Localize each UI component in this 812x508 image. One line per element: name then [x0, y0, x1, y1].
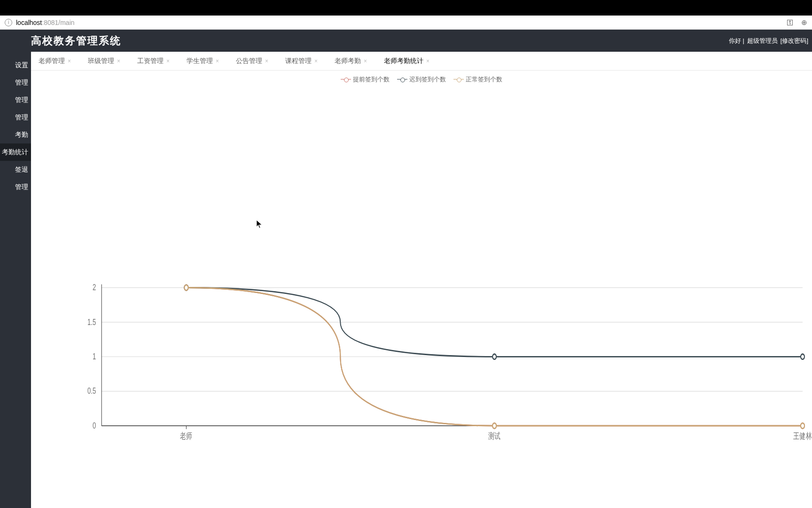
tab-label: 学生管理 [187, 57, 213, 65]
legend-item[interactable]: 提前签到个数 [341, 75, 390, 84]
app-title: 高校教务管理系统 [31, 34, 121, 48]
x-tick-label: 王健林 [793, 431, 812, 441]
close-icon[interactable]: × [68, 58, 71, 64]
close-icon[interactable]: × [426, 58, 429, 64]
x-tick-label: 老师 [180, 431, 192, 441]
tab-label: 公告管理 [236, 57, 262, 65]
legend-marker-icon [341, 77, 351, 82]
legend-marker-icon [453, 77, 464, 82]
url-port: :8081 [42, 19, 58, 26]
zoom-icon[interactable]: ⊕ [801, 18, 807, 26]
data-point[interactable] [492, 354, 496, 359]
legend-label: 迟到签到个数 [409, 75, 446, 84]
change-password-link[interactable]: [修改密码] [781, 37, 808, 45]
tab[interactable]: 课程管理× [285, 57, 318, 65]
tab-label: 老师管理 [39, 57, 65, 65]
greeting: 你好 | [729, 37, 744, 45]
sidebar-item[interactable]: 设置 [0, 56, 31, 74]
legend-label: 正常签到个数 [466, 75, 502, 84]
sidebar-item[interactable]: 考勤统计 [0, 143, 31, 161]
legend-label: 提前签到个数 [353, 75, 390, 84]
y-tick-label: 2 [93, 283, 96, 292]
sidebar: 设置管理管理管理考勤考勤统计签退管理 [0, 52, 31, 508]
tab[interactable]: 公告管理× [236, 57, 268, 65]
close-icon[interactable]: × [265, 58, 268, 64]
data-point[interactable] [184, 285, 188, 290]
legend-item[interactable]: 正常签到个数 [453, 75, 502, 84]
legend-marker-icon [397, 77, 407, 82]
tab-label: 工资管理 [137, 57, 164, 65]
main-panel: 老师管理×班级管理×工资管理×学生管理×公告管理×课程管理×老师考勤×老师考勤统… [31, 52, 812, 508]
user-area: 你好 | 超级管理员 [修改密码] [726, 30, 808, 52]
legend-item[interactable]: 迟到签到个数 [397, 75, 446, 84]
data-point[interactable] [801, 354, 804, 359]
y-tick-label: 1.5 [87, 317, 96, 326]
tab-label: 班级管理 [88, 57, 114, 65]
y-tick-label: 1 [93, 352, 96, 361]
tabs-bar: 老师管理×班级管理×工资管理×学生管理×公告管理×课程管理×老师考勤×老师考勤统… [31, 52, 812, 71]
window-top-black-bar [0, 0, 812, 16]
tab[interactable]: 班级管理× [88, 57, 120, 65]
close-icon[interactable]: × [117, 58, 120, 64]
close-icon[interactable]: × [216, 58, 219, 64]
url[interactable]: localhost:8081/main [16, 19, 781, 26]
sidebar-item[interactable]: 考勤 [0, 126, 31, 143]
key-icon[interactable]: ⚿ [787, 18, 794, 26]
tab[interactable]: 老师管理× [39, 57, 71, 65]
y-tick-label: 0 [93, 421, 96, 430]
sidebar-item[interactable]: 管理 [0, 178, 31, 196]
app-header: 高校教务管理系统 你好 | 超级管理员 [修改密码] [0, 30, 812, 52]
close-icon[interactable]: × [364, 58, 367, 64]
tab[interactable]: 学生管理× [187, 57, 219, 65]
tab[interactable]: 老师考勤× [335, 57, 367, 65]
data-point[interactable] [492, 423, 496, 429]
line-chart: 00.511.52老师测试王健林 [31, 84, 812, 508]
close-icon[interactable]: × [314, 58, 318, 64]
url-host: localhost [16, 19, 42, 26]
chart-area: 00.511.52老师测试王健林 [31, 84, 812, 508]
sidebar-item[interactable]: 管理 [0, 74, 31, 91]
tab-label: 老师考勤 [335, 57, 361, 65]
user-role[interactable]: 超级管理员 [747, 37, 778, 45]
y-tick-label: 0.5 [87, 386, 96, 396]
info-icon: i [5, 19, 12, 26]
url-path: /main [58, 19, 74, 26]
close-icon[interactable]: × [166, 58, 170, 64]
tab-label: 课程管理 [285, 57, 312, 65]
sidebar-item[interactable]: 签退 [0, 161, 31, 178]
browser-address-bar: i localhost:8081/main ⚿ ⊕ [0, 16, 812, 30]
data-point[interactable] [801, 423, 804, 429]
tab[interactable]: 工资管理× [137, 57, 170, 65]
tab-label: 老师考勤统计 [384, 57, 423, 65]
sidebar-item[interactable]: 管理 [0, 91, 31, 109]
chart-legend: 提前签到个数迟到签到个数正常签到个数 [31, 71, 812, 84]
tab[interactable]: 老师考勤统计× [384, 57, 429, 65]
x-tick-label: 测试 [488, 431, 500, 441]
sidebar-item[interactable]: 管理 [0, 109, 31, 126]
